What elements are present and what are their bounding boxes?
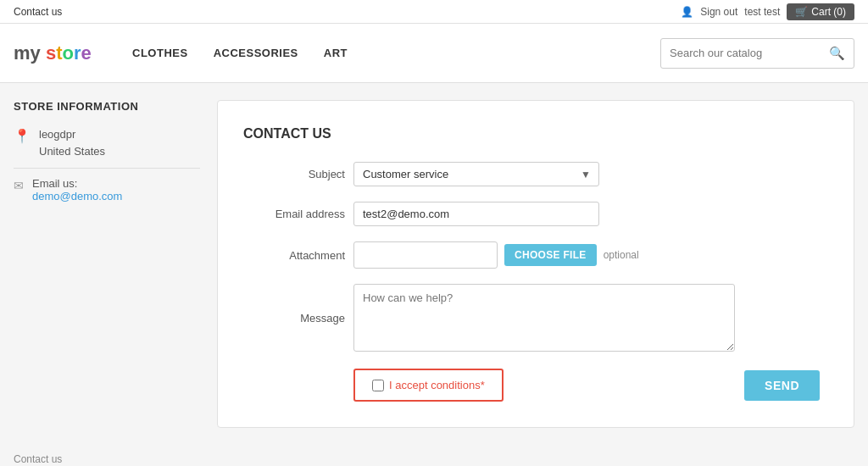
accept-label-text: I accept conditions	[389, 379, 481, 391]
logo-r: r	[74, 42, 81, 64]
email-input[interactable]	[353, 202, 599, 226]
breadcrumb: Contact us	[0, 445, 868, 466]
attachment-wrapper: CHOOSE FILE optional	[353, 241, 639, 269]
message-row: Message	[243, 284, 820, 352]
accept-checkbox[interactable]	[372, 380, 384, 391]
file-input-display	[353, 241, 498, 269]
sign-out-link[interactable]: Sign out	[700, 6, 737, 18]
sidebar-location: 📍 leogdpr United States	[14, 126, 200, 159]
nav-links: CLOTHES ACCESSORIES ART	[132, 47, 626, 59]
email-row: Email address	[243, 202, 820, 226]
message-label: Message	[243, 312, 345, 325]
checkbox-row: I accept conditions* SEND	[243, 369, 820, 402]
search-input[interactable]	[661, 47, 821, 59]
send-button[interactable]: SEND	[744, 370, 820, 401]
nav-clothes[interactable]: CLOTHES	[132, 47, 188, 59]
location-icon: 📍	[14, 128, 31, 144]
store-name: leogdpr	[39, 126, 105, 143]
accept-asterisk: *	[481, 379, 485, 391]
store-country: United States	[39, 143, 105, 160]
store-info-title: STORE INFORMATION	[14, 100, 200, 113]
nav-accessories[interactable]: ACCESSORIES	[214, 47, 298, 59]
logo-s: s	[46, 42, 56, 64]
message-textarea[interactable]	[353, 284, 735, 352]
top-bar: Contact us 👤 Sign out test test 🛒 Cart (…	[0, 0, 868, 24]
logo-my: my	[14, 42, 46, 64]
cart-label: Cart (0)	[811, 6, 846, 18]
accept-conditions-wrapper: I accept conditions*	[353, 369, 504, 402]
logo-o: o	[63, 42, 74, 64]
sidebar: STORE INFORMATION 📍 leogdpr United State…	[14, 100, 200, 428]
attachment-row: Attachment CHOOSE FILE optional	[243, 241, 820, 269]
logo-t: t	[56, 42, 62, 64]
main-content: STORE INFORMATION 📍 leogdpr United State…	[0, 83, 868, 445]
user-name: test test	[744, 6, 780, 18]
store-address: leogdpr United States	[39, 126, 105, 159]
nav-bar: my store CLOTHES ACCESSORIES ART 🔍	[0, 24, 868, 83]
email-link[interactable]: demo@demo.com	[32, 190, 122, 202]
sidebar-email-info: Email us: demo@demo.com	[32, 177, 122, 202]
user-icon: 👤	[681, 6, 693, 18]
sidebar-divider	[14, 168, 200, 169]
subject-row: Subject Customer service Webmaster Sales…	[243, 162, 820, 186]
top-bar-actions: 👤 Sign out test test 🛒 Cart (0)	[681, 3, 854, 20]
sidebar-email-row: ✉ Email us: demo@demo.com	[14, 177, 200, 202]
nav-art[interactable]: ART	[324, 47, 348, 59]
subject-label: Subject	[243, 168, 345, 180]
cart-icon: 🛒	[795, 6, 808, 18]
logo[interactable]: my store	[14, 42, 98, 64]
email-label: Email address	[243, 208, 345, 220]
subject-select-wrapper: Customer service Webmaster Sales ▼	[353, 162, 599, 186]
email-label: Email us:	[32, 177, 122, 190]
logo-e: e	[81, 42, 92, 64]
search-button[interactable]: 🔍	[821, 46, 854, 61]
choose-file-button[interactable]: CHOOSE FILE	[504, 244, 597, 266]
cart-button[interactable]: 🛒 Cart (0)	[787, 3, 854, 20]
page-title: Contact us	[14, 6, 62, 18]
breadcrumb-link[interactable]: Contact us	[14, 453, 62, 465]
subject-select[interactable]: Customer service Webmaster Sales	[353, 162, 599, 186]
attachment-label: Attachment	[243, 249, 345, 262]
accept-label[interactable]: I accept conditions*	[389, 379, 485, 391]
contact-form-card: CONTACT US Subject Customer service Webm…	[217, 100, 854, 428]
contact-form-title: CONTACT US	[243, 126, 820, 141]
optional-text: optional	[604, 249, 639, 261]
search-wrapper: 🔍	[660, 38, 854, 69]
email-icon: ✉	[14, 179, 24, 192]
